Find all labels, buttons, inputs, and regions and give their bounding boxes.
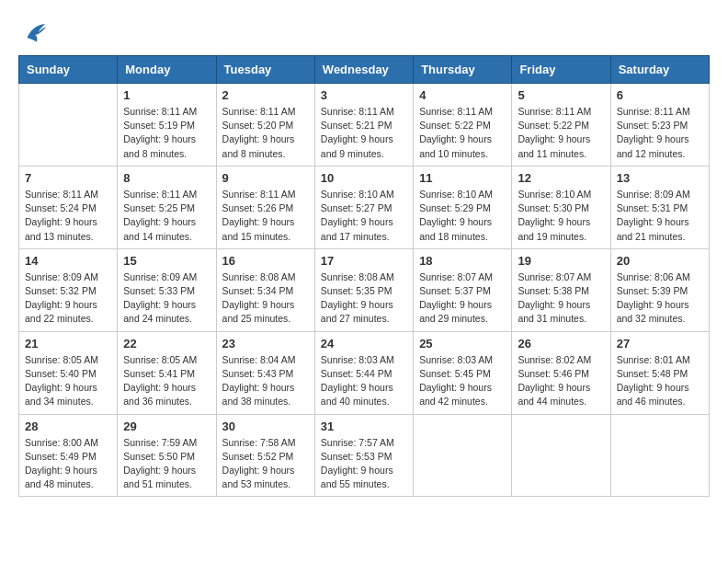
day-number: 15 — [123, 254, 210, 268]
calendar-cell: 17Sunrise: 8:08 AMSunset: 5:35 PMDayligh… — [314, 248, 413, 331]
day-number: 13 — [617, 171, 703, 185]
calendar-cell: 5Sunrise: 8:11 AMSunset: 5:22 PMDaylight… — [512, 84, 610, 167]
calendar-cell: 26Sunrise: 8:02 AMSunset: 5:46 PMDayligh… — [512, 331, 610, 414]
logo — [18, 18, 48, 46]
day-info: Sunrise: 8:01 AMSunset: 5:48 PMDaylight:… — [617, 353, 703, 409]
calendar-cell — [512, 414, 610, 497]
calendar-cell: 10Sunrise: 8:10 AMSunset: 5:27 PMDayligh… — [314, 166, 413, 248]
day-header-sunday: Sunday — [19, 56, 118, 84]
day-header-tuesday: Tuesday — [216, 56, 314, 84]
calendar-cell: 15Sunrise: 8:09 AMSunset: 5:33 PMDayligh… — [118, 248, 216, 331]
day-info: Sunrise: 8:11 AMSunset: 5:25 PMDaylight:… — [123, 188, 210, 244]
day-info: Sunrise: 8:11 AMSunset: 5:22 PMDaylight:… — [419, 105, 506, 161]
day-number: 10 — [321, 171, 407, 185]
day-number: 28 — [25, 419, 111, 433]
day-info: Sunrise: 8:00 AMSunset: 5:49 PMDaylight:… — [25, 436, 111, 492]
calendar-cell: 20Sunrise: 8:06 AMSunset: 5:39 PMDayligh… — [610, 248, 709, 331]
day-number: 19 — [518, 254, 604, 268]
day-number: 22 — [123, 337, 210, 350]
day-info: Sunrise: 8:11 AMSunset: 5:24 PMDaylight:… — [25, 188, 111, 244]
calendar-cell: 21Sunrise: 8:05 AMSunset: 5:40 PMDayligh… — [19, 331, 118, 414]
day-number: 7 — [25, 171, 111, 185]
calendar-week-row: 21Sunrise: 8:05 AMSunset: 5:40 PMDayligh… — [19, 331, 710, 414]
calendar-cell: 24Sunrise: 8:03 AMSunset: 5:44 PMDayligh… — [314, 331, 413, 414]
day-number: 23 — [222, 337, 309, 350]
day-number: 5 — [518, 88, 604, 102]
calendar-table: SundayMondayTuesdayWednesdayThursdayFrid… — [18, 55, 710, 497]
day-info: Sunrise: 8:11 AMSunset: 5:19 PMDaylight:… — [123, 105, 210, 161]
calendar-cell: 9Sunrise: 8:11 AMSunset: 5:26 PMDaylight… — [216, 166, 314, 248]
day-number: 2 — [222, 88, 309, 102]
day-number: 31 — [321, 419, 407, 433]
calendar-cell: 19Sunrise: 8:07 AMSunset: 5:38 PMDayligh… — [512, 248, 610, 331]
calendar-cell — [19, 84, 118, 167]
day-number: 26 — [518, 337, 604, 350]
day-info: Sunrise: 8:07 AMSunset: 5:37 PMDaylight:… — [419, 270, 506, 327]
day-header-monday: Monday — [118, 56, 216, 84]
calendar-cell: 25Sunrise: 8:03 AMSunset: 5:45 PMDayligh… — [414, 331, 512, 414]
day-info: Sunrise: 8:08 AMSunset: 5:35 PMDaylight:… — [321, 270, 407, 327]
calendar-cell: 3Sunrise: 8:11 AMSunset: 5:21 PMDaylight… — [314, 84, 413, 167]
day-number: 11 — [419, 171, 506, 185]
day-info: Sunrise: 7:58 AMSunset: 5:52 PMDaylight:… — [222, 436, 309, 492]
page-header — [18, 18, 710, 46]
day-info: Sunrise: 8:07 AMSunset: 5:38 PMDaylight:… — [518, 270, 604, 327]
calendar-cell: 31Sunrise: 7:57 AMSunset: 5:53 PMDayligh… — [314, 414, 413, 497]
calendar-week-row: 7Sunrise: 8:11 AMSunset: 5:24 PMDaylight… — [19, 166, 710, 248]
calendar-header-row: SundayMondayTuesdayWednesdayThursdayFrid… — [19, 56, 710, 84]
calendar-cell: 6Sunrise: 8:11 AMSunset: 5:23 PMDaylight… — [610, 84, 709, 167]
day-number: 4 — [419, 88, 506, 102]
day-info: Sunrise: 7:57 AMSunset: 5:53 PMDaylight:… — [321, 436, 407, 492]
day-info: Sunrise: 8:11 AMSunset: 5:26 PMDaylight:… — [222, 188, 309, 244]
day-info: Sunrise: 8:08 AMSunset: 5:34 PMDaylight:… — [222, 270, 309, 327]
day-info: Sunrise: 8:03 AMSunset: 5:45 PMDaylight:… — [419, 353, 506, 409]
day-info: Sunrise: 8:09 AMSunset: 5:33 PMDaylight:… — [123, 270, 210, 327]
day-info: Sunrise: 7:59 AMSunset: 5:50 PMDaylight:… — [123, 436, 210, 492]
day-header-thursday: Thursday — [414, 56, 512, 84]
day-number: 29 — [123, 419, 210, 433]
day-number: 9 — [222, 171, 309, 185]
day-info: Sunrise: 8:05 AMSunset: 5:41 PMDaylight:… — [123, 353, 210, 409]
calendar-cell: 18Sunrise: 8:07 AMSunset: 5:37 PMDayligh… — [414, 248, 512, 331]
day-info: Sunrise: 8:02 AMSunset: 5:46 PMDaylight:… — [518, 353, 604, 409]
day-info: Sunrise: 8:10 AMSunset: 5:27 PMDaylight:… — [321, 188, 407, 244]
day-header-saturday: Saturday — [610, 56, 709, 84]
calendar-cell: 11Sunrise: 8:10 AMSunset: 5:29 PMDayligh… — [414, 166, 512, 248]
day-number: 16 — [222, 254, 309, 268]
logo-bird-icon — [20, 18, 48, 46]
day-number: 30 — [222, 419, 309, 433]
calendar-cell: 7Sunrise: 8:11 AMSunset: 5:24 PMDaylight… — [19, 166, 118, 248]
day-info: Sunrise: 8:10 AMSunset: 5:29 PMDaylight:… — [419, 188, 506, 244]
day-number: 24 — [321, 337, 407, 350]
day-info: Sunrise: 8:09 AMSunset: 5:32 PMDaylight:… — [25, 270, 111, 327]
day-number: 3 — [321, 88, 407, 102]
day-info: Sunrise: 8:11 AMSunset: 5:20 PMDaylight:… — [222, 105, 309, 161]
calendar-cell: 23Sunrise: 8:04 AMSunset: 5:43 PMDayligh… — [216, 331, 314, 414]
day-info: Sunrise: 8:05 AMSunset: 5:40 PMDaylight:… — [25, 353, 111, 409]
calendar-cell: 2Sunrise: 8:11 AMSunset: 5:20 PMDaylight… — [216, 84, 314, 167]
calendar-cell: 27Sunrise: 8:01 AMSunset: 5:48 PMDayligh… — [610, 331, 709, 414]
day-number: 12 — [518, 171, 604, 185]
calendar-cell: 13Sunrise: 8:09 AMSunset: 5:31 PMDayligh… — [610, 166, 709, 248]
day-header-friday: Friday — [512, 56, 610, 84]
day-number: 25 — [419, 337, 506, 350]
day-info: Sunrise: 8:03 AMSunset: 5:44 PMDaylight:… — [321, 353, 407, 409]
calendar-cell: 29Sunrise: 7:59 AMSunset: 5:50 PMDayligh… — [118, 414, 216, 497]
day-number: 18 — [419, 254, 506, 268]
calendar-cell: 8Sunrise: 8:11 AMSunset: 5:25 PMDaylight… — [118, 166, 216, 248]
calendar-cell: 30Sunrise: 7:58 AMSunset: 5:52 PMDayligh… — [216, 414, 314, 497]
calendar-week-row: 1Sunrise: 8:11 AMSunset: 5:19 PMDaylight… — [19, 84, 710, 167]
day-info: Sunrise: 8:11 AMSunset: 5:22 PMDaylight:… — [518, 105, 604, 161]
day-number: 6 — [617, 88, 703, 102]
calendar-cell: 12Sunrise: 8:10 AMSunset: 5:30 PMDayligh… — [512, 166, 610, 248]
calendar-cell: 28Sunrise: 8:00 AMSunset: 5:49 PMDayligh… — [19, 414, 118, 497]
calendar-cell: 14Sunrise: 8:09 AMSunset: 5:32 PMDayligh… — [19, 248, 118, 331]
day-number: 8 — [123, 171, 210, 185]
calendar-cell — [610, 414, 709, 497]
day-info: Sunrise: 8:09 AMSunset: 5:31 PMDaylight:… — [617, 188, 703, 244]
day-info: Sunrise: 8:11 AMSunset: 5:23 PMDaylight:… — [617, 105, 703, 161]
calendar-cell: 1Sunrise: 8:11 AMSunset: 5:19 PMDaylight… — [118, 84, 216, 167]
day-info: Sunrise: 8:04 AMSunset: 5:43 PMDaylight:… — [222, 353, 309, 409]
day-number: 14 — [25, 254, 111, 268]
day-header-wednesday: Wednesday — [314, 56, 413, 84]
